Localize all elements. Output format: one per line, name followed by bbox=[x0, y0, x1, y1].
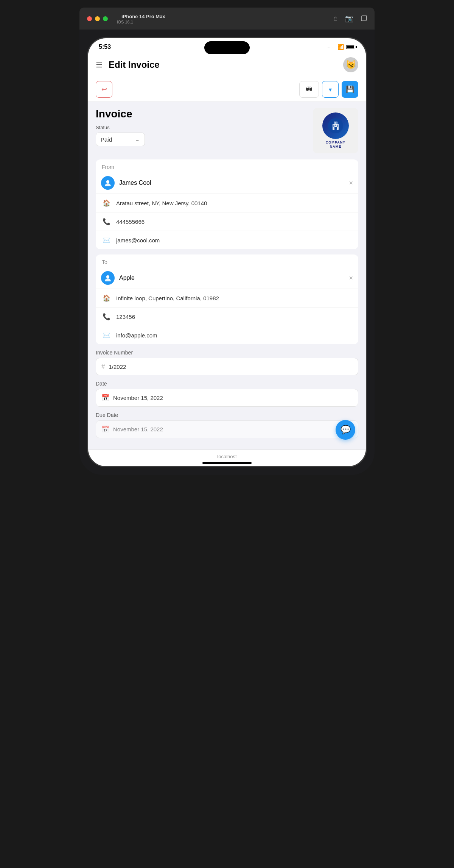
svg-rect-3 bbox=[334, 127, 337, 130]
svg-rect-7 bbox=[333, 126, 334, 127]
from-label: From bbox=[96, 159, 358, 172]
date-value: November 15, 2022 bbox=[113, 395, 163, 401]
from-avatar bbox=[101, 176, 115, 190]
address-icon: 🏠 bbox=[101, 198, 112, 208]
hash-icon: # bbox=[101, 363, 105, 370]
chevron-down-icon: ▾ bbox=[329, 86, 332, 93]
to-email: info@apple.com bbox=[116, 332, 157, 339]
dropdown-button[interactable]: ▾ bbox=[322, 81, 339, 98]
to-name-row[interactable]: Apple × bbox=[96, 267, 358, 289]
page-title: Edit Invoice bbox=[109, 59, 160, 70]
to-email-row: ✉️ info@apple.com bbox=[96, 326, 358, 344]
from-phone-row: 📞 444555666 bbox=[96, 212, 358, 231]
save-icon: 💾 bbox=[346, 85, 354, 94]
invoice-number-label: Invoice Number bbox=[96, 350, 358, 356]
device-title: iPhone 14 Pro Max bbox=[121, 14, 165, 19]
status-chevron-icon: ⌄ bbox=[135, 136, 140, 143]
to-clear-button[interactable]: × bbox=[349, 274, 353, 282]
person-icon bbox=[104, 179, 112, 187]
due-calendar-icon: 📅 bbox=[101, 425, 109, 433]
phone-icon: 📞 bbox=[101, 216, 112, 227]
from-address: Aratau street, NY, New Jersy, 00140 bbox=[116, 200, 207, 206]
svg-rect-4 bbox=[333, 125, 334, 126]
chat-fab-button[interactable]: 💬 bbox=[336, 420, 355, 440]
avatar[interactable]: 😼 bbox=[343, 57, 358, 72]
due-date-input[interactable]: 📅 November 15, 2022 bbox=[96, 420, 358, 438]
invoice-number-input[interactable]: # 1/2022 bbox=[96, 358, 358, 375]
hamburger-icon[interactable]: ☰ bbox=[96, 60, 103, 69]
from-clear-button[interactable]: × bbox=[349, 179, 353, 187]
calendar-icon: 📅 bbox=[101, 394, 109, 402]
person-icon-2 bbox=[104, 274, 112, 282]
from-name: James Cool bbox=[119, 180, 344, 186]
to-phone-icon: 📞 bbox=[101, 311, 112, 322]
screenshot-icon[interactable]: 📷 bbox=[345, 14, 353, 23]
bottom-bar: localhost bbox=[88, 450, 366, 466]
chat-icon: 💬 bbox=[340, 425, 351, 435]
invoice-header-section: Invoice Status Paid ⌄ bbox=[96, 108, 358, 153]
svg-rect-9 bbox=[334, 122, 335, 124]
invoice-label: Invoice bbox=[96, 108, 313, 120]
svg-rect-5 bbox=[335, 125, 336, 126]
status-bar: 5:53 ···· 📶 bbox=[88, 38, 366, 53]
svg-rect-10 bbox=[336, 122, 337, 124]
svg-point-12 bbox=[106, 275, 109, 278]
email-icon: ✉️ bbox=[101, 235, 112, 245]
signal-dots-icon: ···· bbox=[328, 45, 335, 49]
date-label: Date bbox=[96, 381, 358, 387]
svg-rect-2 bbox=[334, 122, 337, 125]
to-phone-row: 📞 123456 bbox=[96, 308, 358, 326]
to-phone: 123456 bbox=[116, 314, 135, 320]
url-bar: localhost bbox=[217, 454, 236, 459]
undo-icon: ↩ bbox=[101, 85, 107, 94]
avatar-emoji: 😼 bbox=[346, 60, 356, 70]
main-content: Invoice Status Paid ⌄ bbox=[88, 102, 366, 450]
preview-icon: 🕶 bbox=[306, 86, 313, 94]
dynamic-island bbox=[204, 41, 250, 54]
mac-toolbar-icons: ⌂ 📷 ❐ bbox=[333, 14, 367, 23]
invoice-title-block: Invoice Status Paid ⌄ bbox=[96, 108, 313, 146]
due-date-label: Due Date bbox=[96, 412, 358, 418]
from-section: From James Cool × 🏠 Aratau street, NY, N… bbox=[96, 159, 358, 249]
date-input[interactable]: 📅 November 15, 2022 bbox=[96, 389, 358, 407]
to-address-row: 🏠 Infinite loop, Cupertino, California, … bbox=[96, 289, 358, 308]
status-icons: ···· 📶 bbox=[328, 44, 355, 50]
to-email-icon: ✉️ bbox=[101, 330, 112, 340]
mac-toolbar: iPhone 14 Pro Max iOS 16.1 ⌂ 📷 ❐ bbox=[79, 8, 375, 30]
undo-button[interactable]: ↩ bbox=[96, 81, 112, 98]
from-email-row: ✉️ james@cool.com bbox=[96, 231, 358, 249]
company-name: COMPANYNAME bbox=[326, 141, 345, 149]
mac-window-controls bbox=[87, 16, 108, 21]
status-field-label: Status bbox=[96, 125, 313, 130]
to-address: Infinite loop, Cupertino, California, 01… bbox=[116, 295, 219, 301]
save-button[interactable]: 💾 bbox=[342, 81, 358, 98]
due-date-value: November 15, 2022 bbox=[113, 426, 163, 432]
invoice-number-section: Invoice Number # 1/2022 bbox=[96, 350, 358, 375]
battery-icon bbox=[346, 45, 355, 49]
home-icon[interactable]: ⌂ bbox=[333, 14, 337, 23]
from-name-row[interactable]: James Cool × bbox=[96, 172, 358, 194]
status-time: 5:53 bbox=[99, 44, 111, 50]
to-avatar bbox=[101, 271, 115, 285]
company-logo-box[interactable]: COMPANYNAME bbox=[313, 108, 358, 153]
from-email: james@cool.com bbox=[116, 237, 160, 244]
fullscreen-dot[interactable] bbox=[103, 16, 108, 21]
svg-point-11 bbox=[106, 180, 109, 183]
status-select[interactable]: Paid ⌄ bbox=[96, 133, 145, 146]
svg-rect-8 bbox=[337, 126, 338, 127]
to-address-icon: 🏠 bbox=[101, 293, 112, 303]
preview-button[interactable]: 🕶 bbox=[299, 81, 319, 98]
header-left: ☰ Edit Invoice bbox=[96, 59, 160, 70]
close-dot[interactable] bbox=[87, 16, 92, 21]
copy-icon[interactable]: ❐ bbox=[361, 14, 367, 23]
minimize-dot[interactable] bbox=[95, 16, 100, 21]
phone-screen: 5:53 ···· 📶 ☰ Edit Invoice 😼 bbox=[87, 37, 367, 467]
to-label: To bbox=[96, 254, 358, 267]
app-header: ☰ Edit Invoice 😼 bbox=[88, 53, 366, 77]
from-phone: 444555666 bbox=[116, 219, 145, 225]
from-address-row: 🏠 Aratau street, NY, New Jersy, 00140 bbox=[96, 194, 358, 212]
company-building-icon bbox=[328, 118, 344, 134]
home-indicator bbox=[202, 462, 252, 464]
toolbar: ↩ 🕶 ▾ 💾 bbox=[88, 77, 366, 102]
to-section: To Apple × 🏠 Infinite loop, Cupertino, C… bbox=[96, 254, 358, 344]
